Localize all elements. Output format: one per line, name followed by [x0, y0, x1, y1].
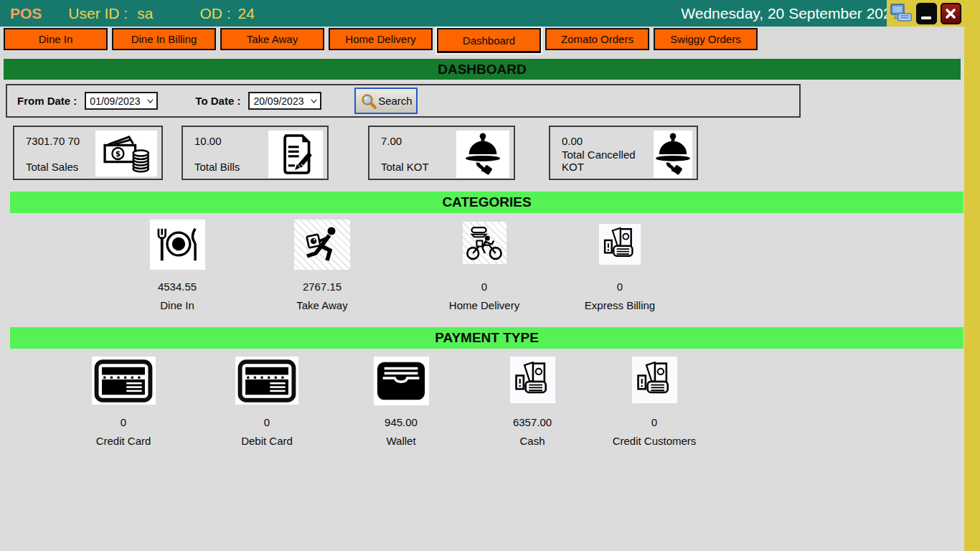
- tab-home-delivery[interactable]: Home Delivery: [329, 28, 433, 50]
- total-cancelled-kot-label: Total Cancelled KOT: [562, 149, 654, 173]
- total-sales-card: 7301.70 70 Total Sales $: [13, 126, 163, 180]
- minimize-button[interactable]: [916, 3, 937, 24]
- search-button[interactable]: Search: [354, 88, 418, 114]
- category-label: Take Away: [265, 299, 380, 311]
- payment-label: Credit Card: [66, 435, 181, 447]
- to-date-dropdown[interactable]: 20/09/2023: [248, 92, 321, 110]
- od-label: OD :: [199, 5, 230, 22]
- bill-edit-icon: [268, 131, 323, 178]
- tab-dashboard[interactable]: Dashboard: [437, 28, 541, 53]
- search-icon: [360, 93, 377, 110]
- payment-label: Credit Customers: [590, 435, 719, 447]
- category-take-away: 2767.15 Take Away: [265, 220, 380, 311]
- debit-card-icon: [235, 357, 298, 405]
- payment-wallet: 945.00 Wallet: [344, 357, 458, 447]
- tab-zomato-orders[interactable]: Zomato Orders: [545, 28, 649, 50]
- total-sales-value: 7301.70 70: [26, 135, 80, 147]
- payment-value: 945.00: [344, 416, 458, 428]
- money-notes-coins-icon: $: [95, 131, 157, 176]
- category-value: 0: [427, 281, 542, 293]
- category-value: 2767.15: [265, 281, 380, 293]
- computer-icon[interactable]: [890, 3, 913, 24]
- tab-take-away[interactable]: Take Away: [220, 28, 324, 50]
- category-express-billing: 0 Express Billing: [562, 220, 677, 311]
- chevron-down-icon: [311, 98, 317, 104]
- payment-value: 0: [590, 416, 719, 428]
- svg-text:$: $: [116, 149, 121, 159]
- pos-window: POS User ID : sa OD : 24 Wednesday, 20 S…: [0, 0, 980, 551]
- credit-card-icon: [92, 357, 156, 405]
- window-controls: [887, 0, 964, 27]
- right-edge-strip: [964, 0, 980, 551]
- hand-cash-icon: [599, 224, 641, 265]
- take-away-runner-icon: [294, 220, 350, 270]
- date-filter-panel: From Date : 01/09/2023 To Date : 20/09/2…: [6, 84, 801, 118]
- total-kot-card: 7.00 Total KOT: [368, 126, 515, 180]
- category-home-delivery: 0 Home Delivery: [427, 220, 542, 311]
- tab-bar: Dine In Dine In Billing Take Away Home D…: [0, 27, 964, 59]
- app-title: POS: [10, 5, 42, 22]
- from-date-value: 01/09/2023: [90, 95, 140, 107]
- page-title: DASHBOARD: [4, 59, 961, 80]
- serving-cloche-icon: [654, 131, 692, 178]
- total-bills-label: Total Bills: [194, 161, 240, 173]
- payment-value: 6357.00: [475, 416, 590, 428]
- total-cancelled-kot-card: 0.00 Total Cancelled KOT: [549, 126, 698, 180]
- to-date-label: To Date :: [195, 95, 240, 107]
- close-icon: [945, 8, 956, 19]
- payment-label: Cash: [475, 435, 590, 447]
- payment-type-header: PAYMENT TYPE: [10, 327, 963, 349]
- payment-debit-card: 0 Debit Card: [209, 357, 324, 447]
- close-button[interactable]: [941, 3, 961, 24]
- tab-swiggy-orders[interactable]: Swiggy Orders: [654, 28, 758, 50]
- user-id-value: sa: [137, 5, 153, 22]
- search-button-label: Search: [378, 95, 413, 107]
- category-value: 0: [562, 281, 677, 293]
- serving-cloche-icon: [456, 131, 509, 178]
- tab-dine-in-billing[interactable]: Dine In Billing: [112, 28, 216, 50]
- total-kot-value: 7.00: [381, 135, 429, 147]
- payment-value: 0: [209, 416, 324, 428]
- categories-header: CATEGORIES: [10, 192, 963, 213]
- user-id-label: User ID :: [68, 5, 128, 22]
- total-kot-label: Total KOT: [381, 161, 429, 173]
- category-value: 4534.55: [120, 281, 235, 293]
- minimize-icon: [921, 17, 931, 19]
- dine-in-plate-icon: [150, 220, 205, 270]
- title-bar: POS User ID : sa OD : 24 Wednesday, 20 S…: [0, 0, 964, 27]
- total-cancelled-kot-value: 0.00: [562, 135, 654, 147]
- payment-label: Debit Card: [209, 435, 324, 447]
- tab-dine-in[interactable]: Dine In: [4, 28, 108, 50]
- total-bills-value: 10.00: [194, 135, 240, 147]
- payment-credit-card: 0 Credit Card: [66, 357, 181, 447]
- wallet-icon: [374, 357, 429, 405]
- hand-cash-icon: [510, 357, 555, 403]
- from-date-dropdown[interactable]: 01/09/2023: [85, 92, 158, 110]
- chevron-down-icon: [147, 98, 154, 104]
- to-date-value: 20/09/2023: [253, 95, 303, 107]
- category-label: Express Billing: [562, 299, 677, 311]
- payment-credit-customers: 0 Credit Customers: [590, 357, 719, 447]
- delivery-bike-icon: [463, 222, 507, 264]
- category-label: Dine In: [120, 299, 235, 311]
- total-sales-label: Total Sales: [26, 161, 80, 173]
- payment-cash: 6357.00 Cash: [475, 357, 590, 447]
- category-dine-in: 4534.55 Dine In: [120, 220, 235, 311]
- od-value: 24: [238, 5, 255, 22]
- from-date-label: From Date :: [17, 95, 77, 107]
- category-label: Home Delivery: [427, 299, 542, 311]
- payment-value: 0: [66, 416, 181, 428]
- hand-cash-icon: [632, 357, 677, 403]
- payment-label: Wallet: [344, 435, 458, 447]
- total-bills-card: 10.00 Total Bills: [182, 126, 329, 180]
